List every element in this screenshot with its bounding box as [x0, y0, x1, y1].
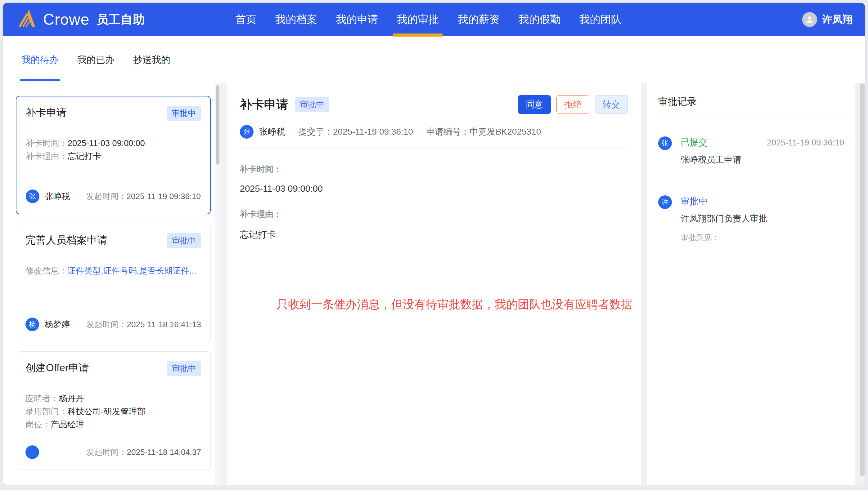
- transfer-button[interactable]: 转交: [595, 95, 628, 114]
- initiate-time: 发起时间：2025-11-18 14:04:37: [87, 447, 202, 458]
- field-value-link[interactable]: 证件类型,证件号码,是否长期证件...: [67, 266, 196, 275]
- card-fields: 修改信息：证件类型,证件号码,是否长期证件...: [26, 265, 201, 277]
- field-value: 科技公司-研发管理部: [67, 407, 146, 416]
- nav-item[interactable]: 首页: [235, 12, 257, 27]
- annotation-text: 只收到一条催办消息，但没有待审批数据，我的团队也没有应聘者数据: [277, 297, 632, 312]
- nav-item[interactable]: 我的假勤: [518, 12, 561, 27]
- tab[interactable]: 抄送我的: [132, 54, 172, 66]
- detail-field-reason: 补卡理由： 忘记打卡: [240, 209, 628, 241]
- field-value: 杨丹丹: [59, 394, 84, 403]
- card-field: 补卡时间：2025-11-03 09:00:00: [26, 137, 201, 150]
- field-value: 2025-11-03 09:00:00: [68, 139, 145, 148]
- step-body: 审批中许凤翔部门负责人审批审批意见：: [681, 195, 844, 243]
- approve-button[interactable]: 同意: [518, 95, 551, 114]
- field-value: 忘记打卡: [68, 152, 101, 161]
- status-badge: 审批中: [167, 233, 201, 249]
- status-badge: 审批中: [167, 361, 201, 376]
- user-menu[interactable]: 许凤翔: [802, 12, 853, 27]
- top-nav: Crowe 员工自助 首页我的档案我的申请我的审批我的薪资我的假勤我的团队 许凤…: [3, 3, 865, 36]
- card-footer: 发起时间：2025-11-18 14:04:37: [26, 445, 201, 459]
- scrollbar-thumb[interactable]: [216, 85, 219, 165]
- todo-list-panel: 补卡申请审批中补卡时间：2025-11-03 09:00:00补卡理由：忘记打卡…: [3, 84, 215, 485]
- card-header: 补卡申请审批中: [26, 106, 201, 121]
- todo-card[interactable]: 补卡申请审批中补卡时间：2025-11-03 09:00:00补卡理由：忘记打卡…: [16, 96, 211, 214]
- card-title: 创建Offer申请: [26, 361, 89, 375]
- card-header: 创建Offer申请审批中: [26, 361, 201, 376]
- time-label: 发起时间：: [87, 320, 127, 329]
- card-field: 补卡理由：忘记打卡: [26, 150, 201, 163]
- user-name: 许凤翔: [822, 13, 853, 27]
- nav-item[interactable]: 我的申请: [335, 12, 379, 27]
- card-title: 补卡申请: [26, 106, 67, 120]
- approval-tabs: 我的待办我的已办抄送我的: [3, 36, 865, 84]
- step-header: 审批中: [681, 195, 844, 208]
- submitter-name: 张峥税: [259, 126, 285, 138]
- field-label: 应聘者：: [26, 394, 59, 403]
- time-value: 2025-11-19 09:36:10: [127, 192, 201, 201]
- step-status: 已提交: [681, 136, 708, 149]
- card-footer: 杨杨梦婷发起时间：2025-11-18 16:41:13: [26, 318, 201, 331]
- brand-product-title: 员工自助: [96, 11, 145, 28]
- field-label: 补卡理由：: [26, 152, 68, 161]
- crowe-logo-icon: [18, 9, 37, 30]
- card-header: 完善人员档案申请审批中: [26, 233, 201, 249]
- nav-item[interactable]: 我的审批: [396, 12, 439, 27]
- tab[interactable]: 我的已办: [76, 54, 116, 66]
- card-field: 录用部门：科技公司-研发管理部: [26, 405, 201, 418]
- card-fields: 补卡时间：2025-11-03 09:00:00补卡理由：忘记打卡: [26, 137, 201, 163]
- todo-card[interactable]: 创建Offer申请审批中应聘者：杨丹丹录用部门：科技公司-研发管理部岗位：产品经…: [16, 351, 211, 470]
- nav-item[interactable]: 我的档案: [274, 12, 318, 27]
- time-label: 发起时间：: [86, 192, 127, 201]
- application-number: 申请编号：中竞发BK2025310: [426, 126, 541, 138]
- field-value: 2025-11-03 09:00:00: [240, 184, 628, 194]
- time-value: 2025-11-18 14:04:37: [127, 448, 202, 457]
- time-value: 2025-11-18 16:41:13: [127, 320, 202, 329]
- field-value: 产品经理: [51, 420, 84, 429]
- card-field: 修改信息：证件类型,证件号码,是否长期证件...: [26, 265, 201, 277]
- field-label: 录用部门：: [26, 407, 67, 416]
- status-badge: 审批中: [295, 97, 329, 112]
- step-description: 张峥税员工申请: [681, 154, 844, 166]
- step-avatar: 张: [658, 136, 672, 150]
- page-scrollbar[interactable]: [855, 84, 865, 485]
- divider: [658, 118, 844, 119]
- step-avatar: 许: [658, 195, 672, 209]
- detail-title: 补卡申请: [240, 96, 288, 113]
- field-label: 补卡时间：: [240, 164, 628, 175]
- panel-gap: [220, 84, 227, 485]
- brand: Crowe 员工自助: [18, 9, 145, 30]
- field-label: 补卡理由：: [240, 209, 628, 220]
- card-title: 完善人员档案申请: [26, 233, 107, 247]
- tab[interactable]: 我的待办: [20, 54, 60, 66]
- initiator-name: 张峥税: [45, 191, 70, 202]
- submitter-avatar: 张: [240, 125, 253, 139]
- user-avatar: [802, 12, 817, 27]
- nav-item[interactable]: 我的团队: [579, 12, 622, 27]
- card-field: 岗位：产品经理: [26, 418, 201, 431]
- time-label: 发起时间：: [87, 448, 127, 457]
- todo-card[interactable]: 完善人员档案申请审批中修改信息：证件类型,证件号码,是否长期证件...杨杨梦婷发…: [16, 224, 211, 342]
- nav-item[interactable]: 我的薪资: [457, 12, 500, 27]
- app-window: Crowe 员工自助 首页我的档案我的申请我的审批我的薪资我的假勤我的团队 许凤…: [2, 2, 866, 485]
- initiator-name: 杨梦婷: [45, 319, 70, 330]
- field-label: 修改信息：: [26, 266, 67, 275]
- card-footer: 张张峥税发起时间：2025-11-19 09:36:10: [26, 190, 201, 203]
- todo-list-scrollbar[interactable]: [215, 84, 220, 485]
- detail-header: 补卡申请 审批中 同意 拒绝 转交: [240, 95, 628, 114]
- action-buttons: 同意 拒绝 转交: [518, 95, 628, 114]
- submitted-time: 提交于：2025-11-19 09:36:10: [298, 126, 413, 138]
- approval-comment-label: 审批意见：: [681, 233, 844, 243]
- approval-record-title: 审批记录: [658, 95, 844, 108]
- field-label: 岗位：: [26, 420, 51, 429]
- card-field: 应聘者：杨丹丹: [26, 392, 201, 405]
- page-scrollbar-thumb[interactable]: [860, 84, 865, 476]
- initiate-time: 发起时间：2025-11-19 09:36:10: [86, 191, 201, 202]
- step-header: 已提交2025-11-19 09:36:10: [681, 136, 844, 149]
- reject-button[interactable]: 拒绝: [556, 95, 589, 114]
- brand-name: Crowe: [43, 10, 89, 29]
- divider: [240, 149, 628, 149]
- status-badge: 审批中: [167, 106, 201, 121]
- initiator-avatar: [26, 445, 39, 459]
- card-fields: 应聘者：杨丹丹录用部门：科技公司-研发管理部岗位：产品经理: [26, 392, 201, 431]
- nav-menu: 首页我的档案我的申请我的审批我的薪资我的假勤我的团队: [235, 12, 622, 27]
